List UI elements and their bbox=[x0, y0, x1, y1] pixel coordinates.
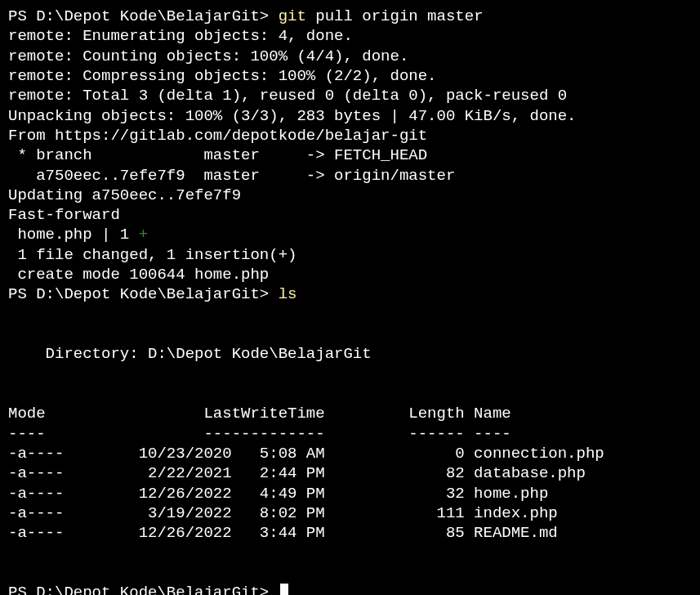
table-header: Mode LastWriteTime Length Name bbox=[8, 405, 511, 423]
output-line: From https://gitlab.com/depotkode/belaja… bbox=[8, 127, 427, 145]
output-line: Unpacking objects: 100% (3/3), 283 bytes… bbox=[8, 107, 577, 125]
prompt-2: PS D:\Depot Kode\BelajarGit> bbox=[8, 285, 269, 303]
directory-line: Directory: D:\Depot Kode\BelajarGit bbox=[8, 345, 372, 363]
output-line: * branch master -> FETCH_HEAD bbox=[8, 146, 427, 164]
output-line: a750eec..7efe7f9 master -> origin/master bbox=[8, 167, 455, 185]
prompt-3: PS D:\Depot Kode\BelajarGit> bbox=[8, 584, 279, 595]
prompt-1: PS D:\Depot Kode\BelajarGit> bbox=[8, 7, 269, 25]
output-line: 1 file changed, 1 insertion(+) bbox=[8, 246, 296, 264]
plus-sign: + bbox=[139, 226, 148, 244]
output-line: remote: Counting objects: 100% (4/4), do… bbox=[8, 47, 408, 65]
cursor[interactable] bbox=[280, 584, 288, 595]
output-line: Updating a750eec..7efe7f9 bbox=[8, 186, 241, 204]
output-line: remote: Enumerating objects: 4, done. bbox=[8, 27, 353, 45]
table-row: -a---- 12/26/2022 4:49 PM 32 home.php bbox=[8, 485, 548, 503]
command-ls: ls bbox=[279, 285, 297, 303]
table-row: -a---- 12/26/2022 3:44 PM 85 README.md bbox=[8, 524, 558, 542]
command-args: pull origin master bbox=[315, 7, 483, 25]
table-row: -a---- 10/23/2020 5:08 AM 0 connection.p… bbox=[8, 445, 604, 463]
output-line: Fast-forward bbox=[8, 206, 120, 224]
output-line: home.php | 1 bbox=[8, 226, 139, 244]
output-line: create mode 100644 home.php bbox=[8, 266, 269, 284]
command-git: git bbox=[279, 7, 306, 25]
table-row: -a---- 2/22/2021 2:44 PM 82 database.php bbox=[8, 464, 586, 482]
table-divider: ---- ------------- ------ ---- bbox=[8, 425, 511, 443]
output-line: remote: Total 3 (delta 1), reused 0 (del… bbox=[8, 87, 567, 105]
table-row: -a---- 3/19/2022 8:02 PM 111 index.php bbox=[8, 504, 558, 522]
output-line: remote: Compressing objects: 100% (2/2),… bbox=[8, 67, 437, 85]
